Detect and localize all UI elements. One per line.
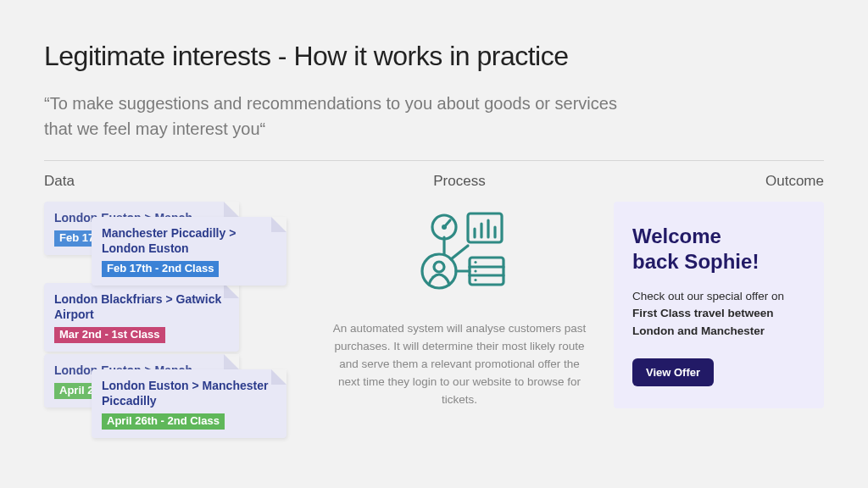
svg-line-7 bbox=[444, 220, 450, 227]
ticket-card: Manchester Piccadilly > London Euston Fe… bbox=[92, 217, 287, 286]
analytics-icon bbox=[331, 202, 588, 298]
svg-rect-8 bbox=[468, 214, 502, 242]
offer-card: Welcome back Sophie! Check out our speci… bbox=[614, 202, 824, 408]
page-title: Legitimate interests - How it works in p… bbox=[44, 41, 824, 72]
ticket-tag: Mar 2nd - 1st Class bbox=[54, 327, 165, 343]
svg-point-16 bbox=[474, 261, 476, 263]
ticket-route: London Euston > Manchester Piccadilly bbox=[102, 378, 276, 408]
column-label-process: Process bbox=[331, 173, 588, 190]
svg-point-18 bbox=[474, 279, 476, 281]
ticket-card: London Euston > Manchester Piccadilly Ap… bbox=[92, 369, 287, 438]
svg-point-1 bbox=[434, 262, 444, 272]
offer-heading: Welcome back Sophie! bbox=[632, 224, 805, 274]
ticket-route: London Blackfriars > Gatwick Airport bbox=[54, 291, 229, 322]
svg-line-2 bbox=[451, 246, 468, 259]
view-offer-button[interactable]: View Offer bbox=[632, 358, 714, 386]
ticket-group: London Euston > Manch April 23 London Eu… bbox=[44, 354, 315, 427]
ticket-group: London Blackfriars > Gatwick Airport Mar… bbox=[44, 283, 315, 346]
ticket-route: Manchester Piccadilly > London Euston bbox=[102, 225, 276, 256]
divider bbox=[44, 160, 824, 161]
ticket-group: London Euston > Manch Feb 17t Manchester… bbox=[44, 202, 315, 274]
ticket-card: London Blackfriars > Gatwick Airport Mar… bbox=[44, 283, 239, 352]
column-label-outcome: Outcome bbox=[604, 173, 824, 190]
offer-body: Check out our special offer on First Cla… bbox=[632, 288, 805, 340]
ticket-tag: April 26th - 2nd Class bbox=[102, 413, 225, 430]
process-description: An automated system will analyse custome… bbox=[331, 320, 588, 409]
svg-point-17 bbox=[474, 269, 476, 272]
ticket-tag: Feb 17th - 2nd Class bbox=[102, 261, 219, 277]
column-label-data: Data bbox=[44, 173, 315, 190]
quote-text: “To make suggestions and recommendations… bbox=[44, 91, 637, 141]
